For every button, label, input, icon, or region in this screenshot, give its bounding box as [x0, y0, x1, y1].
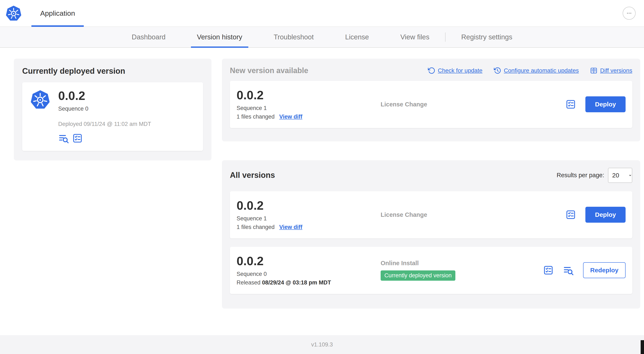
deploy-button[interactable]: Deploy: [586, 96, 626, 112]
sequence-label: Sequence 1: [236, 215, 372, 222]
currently-deployed-badge: Currently deployed version: [380, 270, 455, 281]
preflight-checks-button[interactable]: [565, 209, 576, 220]
tab-application[interactable]: Application: [32, 0, 84, 26]
check-for-update-label: Check for update: [438, 67, 482, 74]
version-number: 0.0.2: [58, 90, 151, 102]
new-version-panel: New version available Check for update: [222, 59, 640, 141]
deployed-version-details: 0.0.2 Sequence 0 Deployed 09/11/24 @ 11:…: [58, 90, 151, 144]
checklist-icon: [565, 209, 576, 220]
deployed-timestamp: Deployed 09/11/24 @ 11:02 am MDT: [58, 121, 151, 127]
sequence-label: Sequence 0: [236, 271, 372, 277]
ellipsis-icon: [625, 9, 633, 17]
released-timestamp: Released 08/29/24 @ 03:18 pm MDT: [236, 279, 372, 286]
currently-deployed-title: Currently deployed version: [22, 67, 203, 76]
version-number: 0.0.2: [236, 89, 372, 102]
files-changed-label: 1 files changed: [236, 224, 275, 230]
sequence-label: Sequence 0: [58, 106, 151, 112]
console-version-label: v1.109.3: [311, 341, 333, 348]
deploy-button[interactable]: Deploy: [586, 207, 626, 223]
checklist-icon: [565, 99, 576, 110]
scrollbar-thumb[interactable]: [641, 340, 644, 354]
checklist-icon: [543, 265, 554, 276]
source-label: License Change: [380, 101, 565, 108]
preflight-checks-button[interactable]: [565, 99, 576, 110]
deployed-version-card: 0.0.2 Sequence 0 Deployed 09/11/24 @ 11:…: [22, 82, 203, 151]
version-row: 0.0.2 Sequence 1 1 files changed View di…: [230, 191, 632, 238]
preflight-checks-button[interactable]: [72, 133, 83, 144]
released-date: 08/29/24 @ 03:18 pm MDT: [262, 279, 331, 286]
release-notes-icon: [58, 133, 69, 144]
version-info: 0.0.2 Sequence 1 1 files changed View di…: [236, 199, 380, 230]
app-subnav: Dashboard Version history Troubleshoot L…: [0, 27, 644, 48]
version-number: 0.0.2: [236, 255, 372, 267]
all-versions-title: All versions: [230, 171, 275, 180]
footer: v1.109.3: [0, 335, 644, 354]
tab-troubleshoot[interactable]: Troubleshoot: [258, 27, 329, 47]
preflight-checks-button[interactable]: [543, 265, 554, 276]
version-row: 0.0.2 Sequence 0 Released 08/29/24 @ 03:…: [230, 247, 632, 294]
released-label: Released: [236, 279, 260, 286]
results-per-page-label: Results per page:: [557, 172, 604, 179]
view-diff-link[interactable]: View diff: [279, 224, 302, 230]
new-version-title: New version available: [230, 66, 308, 75]
new-version-header: New version available Check for update: [230, 66, 632, 75]
refresh-icon: [428, 67, 435, 74]
files-changed-label: 1 files changed: [236, 114, 275, 120]
version-actions: Deploy: [565, 207, 626, 223]
diff-icon: [590, 67, 598, 74]
main-content: Currently deployed version: [0, 48, 644, 335]
checklist-icon: [72, 133, 83, 144]
tab-version-history[interactable]: Version history: [181, 27, 258, 47]
new-version-row: 0.0.2 Sequence 1 1 files changed View di…: [230, 81, 632, 128]
kubernetes-logo-icon: [6, 5, 22, 21]
right-column: New version available Check for update: [222, 59, 640, 308]
version-source: License Change: [380, 101, 565, 108]
version-info: 0.0.2 Sequence 0 Released 08/29/24 @ 03:…: [236, 255, 380, 286]
version-number: 0.0.2: [236, 199, 372, 212]
tab-license[interactable]: License: [329, 27, 384, 47]
configure-automatic-updates-label: Configure automatic updates: [504, 67, 579, 74]
diff-versions-link[interactable]: Diff versions: [590, 67, 632, 74]
redeploy-button[interactable]: Redeploy: [583, 262, 626, 278]
all-versions-panel: All versions Results per page: 20 0.0.2 …: [222, 160, 640, 308]
tab-view-files[interactable]: View files: [384, 27, 445, 47]
view-diff-link[interactable]: View diff: [279, 114, 302, 120]
version-source: License Change: [380, 211, 565, 218]
tab-dashboard[interactable]: Dashboard: [116, 27, 181, 47]
tab-registry-settings[interactable]: Registry settings: [446, 27, 528, 47]
results-per-page: Results per page: 20: [557, 168, 632, 183]
version-actions-links: Check for update Configure automatic up: [428, 67, 632, 74]
page: Application Dashboard Version history Tr…: [0, 0, 644, 354]
configure-automatic-updates-link[interactable]: Configure automatic updates: [494, 67, 579, 74]
version-actions: Redeploy: [543, 262, 626, 278]
currently-deployed-panel: Currently deployed version: [14, 59, 212, 160]
top-header: Application: [0, 0, 644, 27]
version-actions: Deploy: [565, 96, 626, 112]
kubernetes-logo-icon: [30, 90, 50, 110]
version-source: Online Install Currently deployed versio…: [380, 260, 543, 281]
all-versions-header: All versions Results per page: 20: [230, 168, 632, 183]
application-tab-label: Application: [40, 9, 75, 17]
source-label: License Change: [380, 211, 565, 218]
sequence-label: Sequence 1: [236, 105, 372, 111]
release-notes-button[interactable]: [563, 265, 574, 276]
release-notes-button[interactable]: [58, 133, 69, 144]
source-label: Online Install: [380, 260, 543, 267]
version-info: 0.0.2 Sequence 1 1 files changed View di…: [236, 89, 380, 120]
schedule-clock-icon: [494, 67, 501, 74]
diff-versions-label: Diff versions: [600, 67, 632, 74]
check-for-update-link[interactable]: Check for update: [428, 67, 482, 74]
deployed-version-actions: [58, 133, 151, 144]
more-options-button[interactable]: [623, 7, 636, 20]
results-per-page-select[interactable]: 20: [608, 168, 632, 183]
release-notes-icon: [563, 265, 574, 276]
